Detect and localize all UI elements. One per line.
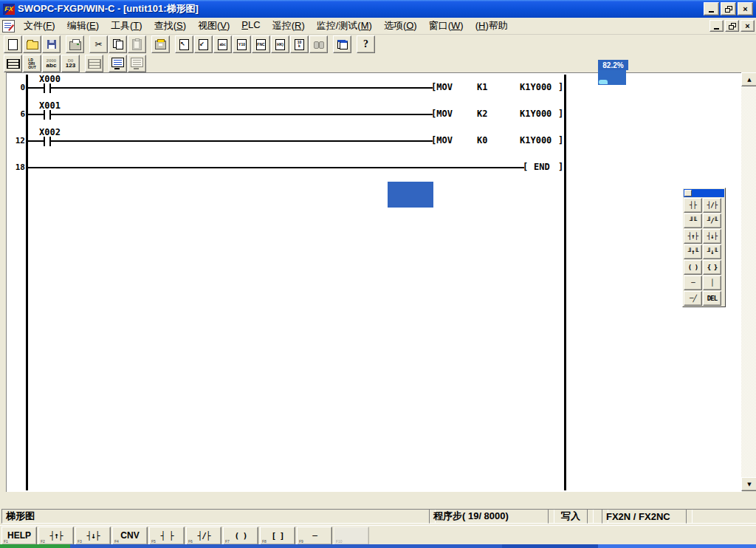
fkey-f1-button[interactable]: F1HELP (1, 527, 37, 545)
ladder-edit-icon (88, 59, 101, 69)
contact-closed-button[interactable]: ┤/├ (703, 198, 721, 213)
restore-button[interactable] (721, 2, 736, 16)
menu-help[interactable]: (H)帮助 (470, 18, 514, 34)
function-block-button[interactable]: { } (703, 260, 721, 275)
scroll-up-button[interactable]: ▲ (741, 72, 756, 86)
or-contact-closed-button[interactable]: ╜/╙ (703, 213, 721, 228)
delete-line-button[interactable]: ─╱ (684, 291, 702, 306)
fkey-f3-button[interactable]: F3┤↓├ (75, 527, 111, 545)
save-file-button[interactable] (42, 35, 61, 53)
child-restore-button[interactable] (725, 20, 739, 32)
scroll-down-button[interactable]: ▼ (741, 477, 756, 491)
delete-button[interactable]: DEL (703, 291, 721, 306)
ladder-text: K0 (477, 135, 487, 145)
status-bar: 梯形图 程序步( 19/ 8000) 写入 FX2N / FX2NC (0, 507, 756, 525)
ladder-view-button[interactable] (4, 55, 22, 72)
fkey-label: F5 (151, 539, 156, 544)
coil-button[interactable]: ( ) (684, 260, 702, 275)
menu-edit[interactable]: 编辑(E) (61, 18, 105, 34)
cut-button[interactable]: ✂ (89, 35, 108, 53)
view-10k-button[interactable]: 10 k (290, 35, 309, 53)
help-icon: ? (363, 38, 368, 50)
menu-plc[interactable]: PLC (236, 18, 266, 34)
menu-label-key: P (241, 19, 248, 30)
help-button[interactable]: ? (357, 35, 375, 53)
pulse-falling-contact-button[interactable]: ┤↓├ (703, 229, 721, 244)
vertical-scrollbar[interactable]: ▲ ▼ (741, 72, 756, 491)
palette-title-bar[interactable] (684, 189, 724, 197)
fkey-label: F7 (225, 539, 230, 544)
ladder-editor[interactable]: 0X000[MOVK1K1Y000]6X001[MOVK2K1Y000]12X0… (6, 72, 742, 492)
copy-button[interactable] (109, 35, 127, 53)
ladder-text: ] (558, 109, 563, 119)
menu-remote[interactable]: 遥控(R) (267, 18, 311, 34)
close-button[interactable]: × (738, 2, 753, 16)
menu-bar: 文件(F)编辑(E)工具(T)查找(S)视图(V)PLC遥控(R)监控/测试(M… (0, 18, 756, 35)
contact-label: X002 (39, 127, 61, 137)
contact-open-button[interactable]: ┤├ (684, 198, 702, 213)
contact-bar (44, 110, 45, 120)
arrow-up-icon: ▲ (747, 77, 751, 83)
close-icon: × (743, 4, 747, 13)
fkey-f8-button[interactable]: F8[ ] (260, 527, 295, 545)
ladder-text: [MOV (431, 82, 453, 92)
page-forward-button[interactable]: ↙ (194, 35, 213, 53)
document-icon[interactable] (2, 20, 15, 32)
vertical-scroll-track[interactable] (741, 86, 756, 477)
comment-view-button[interactable]: 2000abc (42, 55, 61, 72)
menu-label-post: ) (227, 20, 230, 31)
horizontal-line-button[interactable]: ─ (684, 275, 702, 290)
open-file-icon (27, 41, 38, 49)
icon-label-bottom: 123 (66, 63, 75, 69)
fkey-f9-button[interactable]: F9─ (297, 527, 332, 545)
fkey-f2-button[interactable]: F2┤↑├ (38, 527, 74, 545)
child-close-button[interactable]: × (740, 20, 755, 32)
window-cascade-button[interactable] (333, 35, 351, 53)
menu-label-pre: 遥控( (272, 20, 295, 31)
or-contact-open-button[interactable]: ╜╙ (684, 213, 702, 228)
view-10k-icon: 10 k (295, 39, 304, 50)
cut-icon: ✂ (94, 40, 102, 49)
pulse-rising-contact-button[interactable]: ┤↑├ (684, 229, 702, 244)
new-file-button[interactable] (4, 35, 22, 53)
paste-button (128, 35, 146, 53)
view-comment-button[interactable]: abc (213, 35, 232, 53)
page-back-button[interactable]: ↖ (175, 35, 193, 53)
ladder-selection-cursor[interactable] (388, 182, 433, 208)
child-minimize-button[interactable] (709, 20, 724, 32)
view-contact-button[interactable]: HK) (271, 35, 289, 53)
fkey-f7-button[interactable]: F7( ) (223, 527, 258, 545)
register-view-button[interactable]: D0123 (61, 55, 80, 72)
rung-step-number: 18 (7, 162, 25, 172)
menu-monitor-test[interactable]: 监控/测试(M) (311, 18, 378, 34)
fkey-f6-button[interactable]: F6┤/├ (186, 527, 221, 545)
menu-label-post: ) (460, 20, 463, 31)
transfer-button[interactable] (151, 35, 170, 53)
contact-bar (44, 137, 45, 146)
menu-file[interactable]: 文件(F) (18, 18, 61, 34)
app-window: { "window": { "title": "SWOPC-FXGP/WIN-C… (0, 0, 756, 548)
view-instruction-button[interactable]: FNC (252, 35, 270, 53)
menu-find[interactable]: 查找(S) (148, 18, 192, 34)
vertical-line-button[interactable]: │ (703, 275, 721, 290)
minimize-button[interactable] (704, 2, 719, 16)
or-pulse-rising-contact-button[interactable]: ╜↑╙ (684, 244, 702, 259)
view-device-button[interactable]: Y10 (233, 35, 251, 53)
app-icon[interactable]: FX (3, 4, 15, 15)
instruction-view-button[interactable]: LD ORI OUT (23, 55, 41, 72)
menu-window[interactable]: 窗口(W) (423, 18, 470, 34)
minimize-icon (709, 11, 714, 13)
menu-view[interactable]: 视图(V) (192, 18, 236, 34)
or-pulse-falling-contact-button[interactable]: ╜↓╙ (703, 244, 721, 259)
print-button[interactable] (66, 35, 84, 53)
palette-system-box[interactable] (684, 190, 692, 196)
menu-tools[interactable]: 工具(T) (105, 18, 148, 34)
monitor-start-button[interactable] (109, 55, 127, 72)
open-file-button[interactable] (23, 35, 41, 53)
comment-view-icon: 2000abc (47, 58, 57, 69)
zoom-indicator-box (598, 70, 626, 85)
menu-options[interactable]: 选项(O) (378, 18, 423, 34)
fkey-f5-button[interactable]: F5┤ ├ (149, 527, 185, 545)
icon-label: abc (219, 43, 226, 47)
fkey-f4-button[interactable]: F4CNV (112, 527, 148, 545)
